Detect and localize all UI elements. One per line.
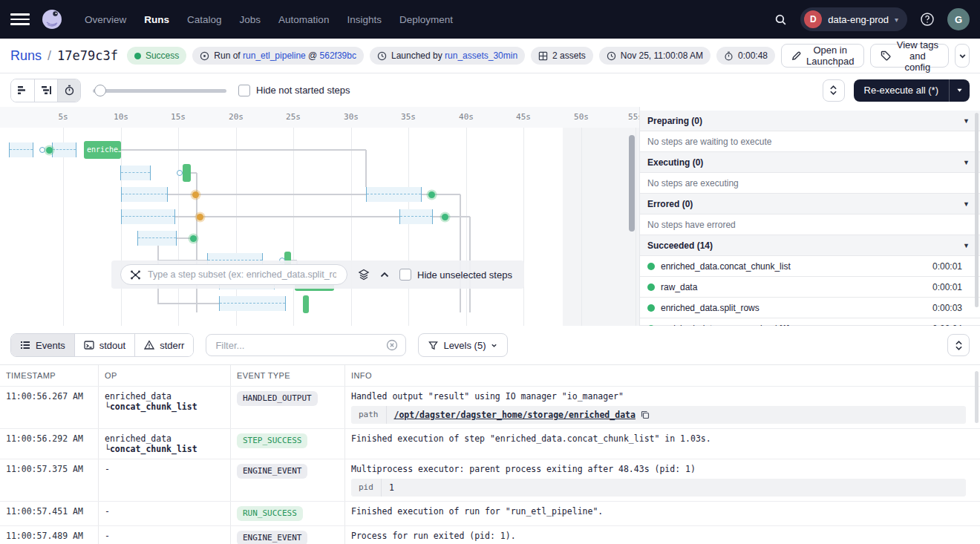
- gantt-waiting-box[interactable]: [121, 209, 175, 224]
- open-in-launchpad-button[interactable]: Open in Launchpad: [781, 44, 864, 68]
- chevron-up-icon[interactable]: [380, 272, 389, 278]
- gantt-scrollbar[interactable]: [629, 135, 635, 232]
- nav-item-catalog[interactable]: Catalog: [187, 14, 222, 25]
- run-id: 17e79c3f: [57, 48, 118, 63]
- gantt-step-bar[interactable]: [183, 164, 191, 182]
- run-tag-4[interactable]: 0:00:48: [716, 47, 775, 65]
- status-dot-icon: [134, 53, 141, 59]
- nav-item-deployment[interactable]: Deployment: [399, 14, 453, 25]
- checkbox-icon[interactable]: [399, 269, 411, 281]
- run-tag-2[interactable]: 2 assets: [531, 47, 593, 65]
- gantt-zoom-slider[interactable]: [93, 85, 226, 96]
- run-tag-3[interactable]: Nov 25, 11:00:08 AM: [599, 47, 710, 65]
- copy-icon[interactable]: [641, 410, 650, 419]
- more-actions-button[interactable]: [955, 44, 970, 68]
- reexecute-dropdown-button[interactable]: [949, 79, 970, 102]
- workspace-switcher[interactable]: D data-eng-prod ▾: [800, 7, 907, 31]
- gantt-tick-label: 25s: [286, 112, 301, 122]
- help-icon[interactable]: [916, 8, 938, 30]
- run-tag-1[interactable]: Launched by run_assets_30min: [370, 47, 525, 65]
- gantt-connector: [121, 149, 366, 151]
- gantt-waiting-box[interactable]: [219, 296, 286, 311]
- run-tag-0[interactable]: Run of run_etl_pipeline @ 562f39bc: [192, 47, 364, 65]
- gantt-waiting-box[interactable]: [137, 231, 177, 246]
- step-list-item[interactable]: raw_data0:00:01: [640, 277, 980, 298]
- clock-icon: [377, 51, 387, 61]
- slider-thumb[interactable]: [94, 85, 106, 96]
- nav-item-automation[interactable]: Automation: [278, 14, 329, 25]
- steps-section-title: Executing (0): [647, 157, 703, 168]
- step-success-dot-icon: [46, 147, 53, 154]
- menu-icon[interactable]: [10, 10, 30, 29]
- event-log-row[interactable]: 11:00:56.292 AMenriched_data└concat_chun…: [0, 429, 980, 459]
- hide-not-started-checkbox[interactable]: Hide not started steps: [238, 85, 350, 96]
- log-panel-stepper[interactable]: [947, 334, 970, 356]
- gantt-chart[interactable]: Hide unselected steps 5s10s15s20s25s30s3…: [0, 107, 640, 326]
- steps-section-title: Succeeded (14): [647, 240, 713, 251]
- breadcrumb-runs-link[interactable]: Runs: [10, 48, 42, 64]
- flat-view-icon[interactable]: [11, 79, 34, 102]
- step-list-item[interactable]: enriched_data.concat_chunk_list0:00:01: [640, 256, 980, 277]
- tag-text: 2 assets: [552, 50, 586, 61]
- view-tags-config-button[interactable]: View tags and config: [870, 44, 949, 68]
- event-info: Finished execution of step "enriched_dat…: [345, 429, 980, 459]
- metadata-path-link[interactable]: /opt/dagster/dagster_home/storage/enrich…: [394, 410, 636, 420]
- nav-item-jobs[interactable]: Jobs: [240, 14, 261, 25]
- nav-item-overview[interactable]: Overview: [85, 14, 126, 25]
- hide-unselected-checkbox[interactable]: Hide unselected steps: [399, 269, 512, 281]
- levels-dropdown[interactable]: Levels (5): [418, 333, 508, 357]
- run-tags: Run of run_etl_pipeline @ 562f39bcLaunch…: [192, 47, 775, 65]
- steps-section-header[interactable]: Executing (0)▼: [640, 152, 980, 173]
- waterfall-view-icon[interactable]: [34, 79, 57, 102]
- expand-collapse-stepper[interactable]: [823, 79, 845, 102]
- gantt-tick-label: 20s: [229, 112, 244, 122]
- gantt-step-bar[interactable]: [303, 295, 309, 313]
- checkbox-icon[interactable]: [238, 85, 250, 96]
- gantt-waiting-box[interactable]: [399, 209, 433, 224]
- event-log-row[interactable]: 11:00:57.375 AM-ENGINE_EVENTMultiprocess…: [0, 459, 980, 502]
- event-log-row[interactable]: 11:00:56.267 AMenriched_data└concat_chun…: [0, 387, 980, 429]
- timer-icon: [724, 51, 734, 61]
- gantt-tick-label: 55s: [628, 112, 640, 122]
- tag-link[interactable]: 562f39bc: [320, 50, 356, 61]
- gantt-waiting-box[interactable]: [120, 166, 151, 180]
- gantt-waiting-box[interactable]: [366, 187, 422, 202]
- clear-filter-icon[interactable]: [386, 339, 398, 351]
- event-type-badge: RUN_SUCCESS: [237, 506, 303, 521]
- gantt-step-bar[interactable]: enriche…: [84, 141, 121, 159]
- gantt-waiting-box[interactable]: [9, 142, 33, 157]
- tag-link[interactable]: run_assets_30min: [445, 50, 517, 61]
- gantt-waiting-box[interactable]: [52, 142, 76, 157]
- step-list-item[interactable]: enriched_data.process_chunk[1]0:00:04: [640, 318, 980, 326]
- events-table-scrollbar[interactable]: [975, 371, 979, 423]
- event-log-row[interactable]: 11:00:57.489 AM-ENGINE_EVENTProcess for …: [0, 526, 980, 544]
- step-success-dot-icon: [647, 325, 655, 327]
- nav-item-insights[interactable]: Insights: [347, 14, 382, 25]
- step-subset-input[interactable]: [146, 269, 338, 281]
- steps-section-header[interactable]: Preparing (0)▼: [640, 111, 980, 131]
- avatar[interactable]: G: [947, 8, 970, 30]
- steps-section-header[interactable]: Errored (0)▼: [640, 194, 980, 214]
- reexecute-all-button[interactable]: Re-execute all (*): [854, 79, 949, 102]
- search-icon[interactable]: [769, 8, 791, 30]
- step-list-item[interactable]: enriched_data.split_rows0:00:03: [640, 298, 980, 318]
- tab-stdout[interactable]: stdout: [74, 334, 134, 356]
- gantt-waiting-box[interactable]: [121, 187, 168, 202]
- dagster-logo-icon[interactable]: [40, 7, 64, 31]
- tab-stderr[interactable]: stderr: [134, 334, 193, 356]
- event-info: Multiprocess executor: parent process ex…: [345, 459, 980, 501]
- gantt-toolbar: Hide not started steps Re-execute all (*…: [0, 73, 980, 107]
- event-log-row[interactable]: 11:00:57.451 AM-RUN_SUCCESSFinished exec…: [0, 502, 980, 526]
- steps-panel-scrollbar[interactable]: [975, 113, 979, 307]
- funnel-icon: [428, 341, 438, 350]
- step-name: enriched_data.concat_chunk_list: [661, 261, 927, 272]
- step-name: raw_data: [661, 282, 927, 292]
- tag-link[interactable]: run_etl_pipeline: [243, 50, 306, 61]
- log-filter-input[interactable]: [214, 339, 380, 352]
- timed-view-icon[interactable]: [57, 79, 80, 102]
- steps-section-header[interactable]: Succeeded (14)▼: [640, 235, 980, 256]
- tab-events[interactable]: Events: [11, 334, 74, 356]
- layers-icon[interactable]: [358, 269, 370, 281]
- column-header-info: INFO: [345, 365, 980, 386]
- nav-item-runs[interactable]: Runs: [144, 14, 169, 25]
